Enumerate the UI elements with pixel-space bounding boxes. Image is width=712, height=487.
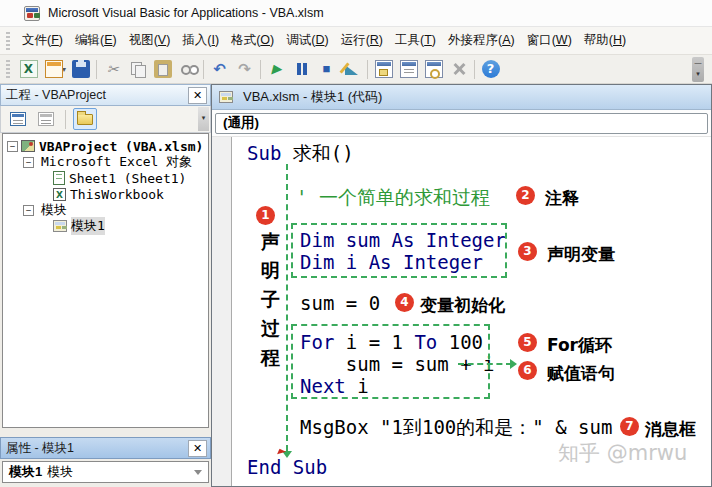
save-button[interactable] bbox=[68, 57, 93, 82]
code-line-1: ' 一个简单的求和过程 bbox=[296, 186, 490, 208]
folder-icon bbox=[77, 114, 93, 125]
tree-row-5[interactable]: 模块1 bbox=[7, 218, 208, 234]
project-panel-titlebar: 工程 - VBAProject ✕ bbox=[0, 84, 211, 106]
project-explorer-icon bbox=[375, 60, 393, 78]
toolbox-button[interactable] bbox=[446, 57, 471, 82]
menu-item-6[interactable]: 运行(R) bbox=[335, 27, 389, 54]
callout-circle-6: 6 bbox=[518, 361, 537, 380]
toolbar-drag-grip[interactable] bbox=[6, 60, 10, 78]
view-code-icon bbox=[10, 112, 26, 126]
chevron-down-icon bbox=[194, 470, 202, 475]
project-toolbar-separator bbox=[65, 110, 66, 129]
tree-item-label: Sheet1 (Sheet1) bbox=[69, 171, 186, 186]
properties-panel-titlebar: 属性 - 模块1 ✕ bbox=[0, 437, 211, 459]
callout-circle-5: 5 bbox=[518, 333, 537, 352]
code-editor[interactable]: Sub 求和()' 一个简单的求和过程Dim sum As IntegerDim… bbox=[232, 137, 711, 486]
help-icon bbox=[482, 60, 500, 78]
view-object-icon bbox=[38, 112, 54, 126]
find-button[interactable] bbox=[175, 57, 200, 82]
redo-icon bbox=[236, 60, 254, 78]
callout-circle-2: 2 bbox=[516, 186, 535, 205]
menu-item-2[interactable]: 视图(V) bbox=[123, 27, 177, 54]
green-arrowhead-right bbox=[510, 359, 517, 369]
tree-row-2[interactable]: Sheet1 (Sheet1) bbox=[7, 170, 208, 186]
help-button[interactable] bbox=[478, 57, 503, 82]
properties-window-icon bbox=[400, 60, 418, 78]
project-explorer-button[interactable] bbox=[371, 57, 396, 82]
menu-item-0[interactable]: 文件(F) bbox=[16, 27, 69, 54]
properties-window-button[interactable] bbox=[396, 57, 421, 82]
properties-panel-close-button[interactable]: ✕ bbox=[188, 440, 207, 457]
tree-row-0[interactable]: −VBAProject (VBA.xlsm) bbox=[7, 138, 208, 154]
code-line-9: End Sub bbox=[247, 456, 327, 478]
reset-button[interactable] bbox=[314, 57, 339, 82]
run-sub-icon bbox=[268, 60, 286, 78]
code-combo-row: (通用) bbox=[212, 110, 711, 137]
menu-drag-grip[interactable] bbox=[6, 32, 10, 50]
toolbar-overflow-button[interactable]: —▾ bbox=[692, 57, 704, 82]
module-icon bbox=[219, 91, 233, 103]
save-icon bbox=[72, 60, 90, 78]
view-object-button[interactable] bbox=[34, 108, 58, 130]
margin-indicator-bar[interactable] bbox=[212, 137, 232, 486]
tree-row-4[interactable]: −模块 bbox=[7, 202, 208, 218]
paste-button[interactable] bbox=[150, 57, 175, 82]
menu-item-7[interactable]: 工具(T) bbox=[389, 27, 442, 54]
object-dropdown[interactable]: (通用) bbox=[215, 113, 708, 134]
project-tree: −VBAProject (VBA.xlsm)−Microsoft Excel 对… bbox=[2, 133, 209, 428]
properties-panel-title: 属性 - 模块1 bbox=[6, 440, 74, 457]
annotation-label-6: 消息框 bbox=[645, 418, 696, 441]
toggle-folders-button[interactable] bbox=[73, 108, 97, 130]
mdi-area: 工程 - VBAProject ✕ ▾ −VBAProject (VBA.xls… bbox=[0, 84, 712, 487]
menu-item-4[interactable]: 格式(O) bbox=[225, 27, 280, 54]
toolbar-separator bbox=[96, 60, 97, 79]
properties-object-name: 模块1 bbox=[9, 463, 42, 481]
menu-item-5[interactable]: 调试(D) bbox=[280, 27, 334, 54]
tree-expander[interactable]: − bbox=[23, 157, 34, 168]
callout-circle-3: 3 bbox=[518, 242, 537, 261]
menu-item-10[interactable]: 帮助(H) bbox=[578, 27, 632, 54]
code-window-titlebar[interactable]: VBA.xlsm - 模块1 (代码) bbox=[212, 85, 711, 110]
tree-row-3[interactable]: ThisWorkbook bbox=[7, 186, 208, 202]
properties-object-dropdown[interactable]: 模块1 模块 bbox=[2, 461, 209, 483]
tree-item-label: Microsoft Excel 对象 bbox=[41, 153, 192, 171]
menu-item-1[interactable]: 编辑(E) bbox=[69, 27, 123, 54]
design-mode-icon bbox=[343, 60, 361, 78]
insert-userform-button[interactable] bbox=[41, 57, 66, 82]
window-title: Microsoft Visual Basic for Applications … bbox=[48, 6, 324, 20]
redo-button[interactable] bbox=[232, 57, 257, 82]
view-microsoft-excel-button[interactable] bbox=[16, 57, 41, 82]
break-button[interactable] bbox=[289, 57, 314, 82]
toolbar-separator bbox=[474, 60, 475, 79]
toolbar-separator bbox=[367, 60, 368, 79]
project-panel-close-button[interactable]: ✕ bbox=[188, 87, 207, 104]
properties-panel: 属性 - 模块1 ✕ 模块1 模块 bbox=[0, 437, 211, 483]
tree-expander[interactable]: − bbox=[7, 141, 18, 152]
view-microsoft-excel-icon bbox=[20, 60, 38, 78]
code-line-8: MsgBox "1到100的和是：" & sum bbox=[300, 416, 612, 438]
menu-item-9[interactable]: 窗口(W) bbox=[521, 27, 578, 54]
paste-icon bbox=[154, 60, 172, 78]
app-icon bbox=[24, 6, 40, 21]
design-mode-button[interactable] bbox=[339, 57, 364, 82]
object-browser-button[interactable] bbox=[421, 57, 446, 82]
insert-userform-dropdown-caret[interactable]: ▾ bbox=[62, 65, 66, 74]
callout-circle-1: 1 bbox=[256, 206, 275, 225]
annotation-box-1 bbox=[291, 223, 507, 278]
module-icon bbox=[53, 220, 67, 232]
run-sub-button[interactable] bbox=[264, 57, 289, 82]
workbook-icon bbox=[53, 188, 66, 201]
tree-row-1[interactable]: −Microsoft Excel 对象 bbox=[7, 154, 208, 170]
view-code-button[interactable] bbox=[6, 108, 30, 130]
tree-expander[interactable]: − bbox=[23, 205, 34, 216]
vertical-label-char: 程 bbox=[261, 345, 280, 371]
annotation-horizontal-dashed-arrow bbox=[458, 363, 512, 365]
menu-item-8[interactable]: 外接程序(A) bbox=[442, 27, 521, 54]
menu-item-3[interactable]: 插入(I) bbox=[176, 27, 225, 54]
cut-button[interactable] bbox=[100, 57, 125, 82]
project-toolbar-overflow[interactable]: ▾ bbox=[198, 107, 209, 131]
undo-button[interactable] bbox=[207, 57, 232, 82]
annotation-label-1: 注释 bbox=[545, 187, 579, 210]
copy-button[interactable] bbox=[125, 57, 150, 82]
properties-object-type: 模块 bbox=[47, 463, 73, 481]
